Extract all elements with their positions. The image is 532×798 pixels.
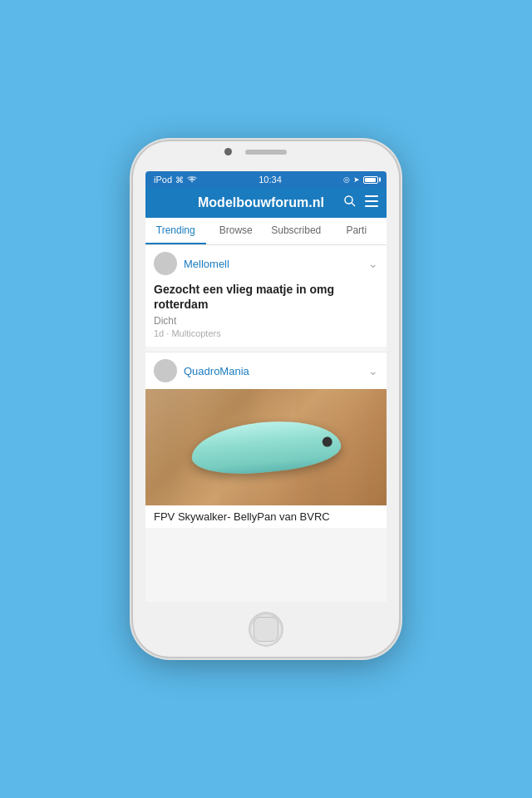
arrow-icon: ➤ <box>353 175 360 184</box>
status-bar: iPod ⌘︎ 10:34 ◎ ➤ <box>145 171 387 188</box>
post-author-area: Mellomell <box>154 252 229 275</box>
post-title[interactable]: Gezocht een vlieg maatje in omg rotterda… <box>154 282 378 312</box>
author-name[interactable]: Mellomell <box>184 258 229 270</box>
status-right: ◎ ➤ <box>343 175 378 184</box>
screen: iPod ⌘︎ 10:34 ◎ ➤ Modelbouwforum.nl <box>145 171 387 602</box>
app-title: Modelbouwforum.nl <box>179 195 343 210</box>
list-item: Mellomell ⌄ Gezocht een vlieg maatje in … <box>145 245 387 347</box>
svg-line-1 <box>352 203 355 206</box>
speaker <box>245 150 287 155</box>
chevron-down-icon: ⌄ <box>368 364 378 377</box>
home-button-inner <box>254 617 278 642</box>
tab-parti[interactable]: Parti <box>327 218 387 244</box>
tab-subscribed[interactable]: Subscribed <box>266 218 327 244</box>
phone-frame: iPod ⌘︎ 10:34 ◎ ➤ Modelbouwforum.nl <box>133 141 399 657</box>
post-title[interactable]: FPV Skywalker- BellyPan van BVRC <box>145 505 387 528</box>
list-item: QuadroMania ⌄ FPV Skywalker- BellyPan va… <box>145 352 387 528</box>
avatar <box>154 252 177 275</box>
post-body: Gezocht een vlieg maatje in omg rotterda… <box>145 282 387 347</box>
post-image[interactable] <box>145 389 387 505</box>
post-list: Mellomell ⌄ Gezocht een vlieg maatje in … <box>145 245 387 602</box>
svg-point-0 <box>345 196 352 204</box>
wifi-signal-icon <box>187 175 197 184</box>
search-icon[interactable] <box>343 195 357 211</box>
chevron-down-icon: ⌄ <box>368 257 378 270</box>
tab-trending[interactable]: Trending <box>145 218 206 244</box>
status-left: iPod ⌘︎ <box>154 175 197 185</box>
post-image-background <box>145 389 387 505</box>
post-header: Mellomell ⌄ <box>145 245 387 282</box>
status-time: 10:34 <box>259 175 282 185</box>
location-icon: ◎ <box>343 175 350 184</box>
device-model: iPod <box>154 175 172 185</box>
battery-icon <box>363 176 378 184</box>
front-camera <box>224 148 232 155</box>
post-header: QuadroMania ⌄ <box>145 352 387 389</box>
author-name[interactable]: QuadroMania <box>184 365 249 377</box>
avatar <box>154 359 177 382</box>
phone-top-notch <box>133 141 399 171</box>
svg-rect-2 <box>365 195 378 197</box>
wifi-icon: ⌘︎ <box>175 175 184 185</box>
post-meta: 1d · Multicopters <box>154 328 378 338</box>
post-status: Dicht <box>154 315 378 327</box>
post-author-area: QuadroMania <box>154 359 249 382</box>
svg-rect-4 <box>365 205 378 207</box>
home-button[interactable] <box>249 612 283 647</box>
menu-icon[interactable] <box>365 195 378 210</box>
tab-bar: Trending Browse Subscribed Parti <box>145 218 387 245</box>
phone-bottom <box>249 602 283 657</box>
app-header: Modelbouwforum.nl <box>145 188 387 218</box>
tab-browse[interactable]: Browse <box>206 218 267 244</box>
svg-rect-3 <box>365 200 378 202</box>
header-icons <box>343 195 378 211</box>
